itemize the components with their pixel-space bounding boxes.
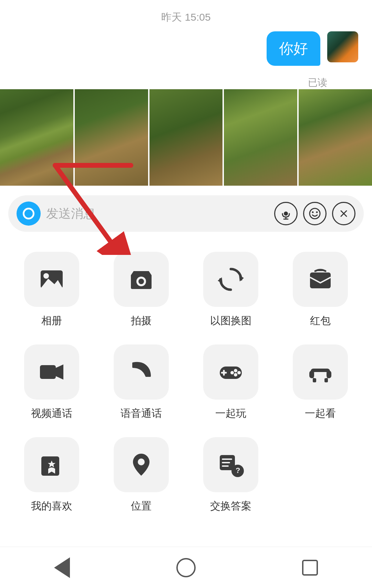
exchange-label: 交换答案 bbox=[210, 499, 251, 513]
svg-rect-35 bbox=[324, 378, 328, 382]
svg-point-29 bbox=[230, 371, 234, 374]
exchange-icon: ? bbox=[217, 451, 245, 478]
red-packet-icon bbox=[307, 266, 334, 293]
camera-icon-box[interactable] bbox=[114, 252, 169, 307]
avatar bbox=[327, 31, 358, 62]
action-grid: 相册 拍摄 以图换图 bbox=[0, 232, 372, 520]
exchange-icon-box[interactable]: ? bbox=[203, 437, 258, 492]
gamepad-icon bbox=[217, 358, 245, 386]
svg-point-37 bbox=[138, 458, 145, 465]
message-input[interactable]: 发送消息 bbox=[46, 205, 269, 222]
svg-point-26 bbox=[234, 369, 237, 372]
photo-item-1[interactable] bbox=[0, 89, 73, 186]
swap-image-label: 以图换图 bbox=[210, 314, 251, 328]
red-packet-icon-box[interactable] bbox=[293, 252, 348, 307]
svg-point-7 bbox=[312, 212, 314, 213]
svg-point-8 bbox=[316, 212, 318, 213]
album-icon-box[interactable] bbox=[24, 252, 79, 307]
svg-rect-33 bbox=[327, 371, 331, 378]
recent-icon bbox=[302, 560, 318, 576]
input-bar[interactable]: 发送消息 bbox=[8, 195, 364, 232]
action-voice-call[interactable]: 语音通话 bbox=[96, 335, 186, 427]
video-call-icon-box[interactable] bbox=[24, 344, 79, 400]
phone-icon bbox=[127, 358, 155, 386]
svg-point-27 bbox=[237, 371, 241, 374]
message-row: 你好 bbox=[267, 31, 358, 66]
favorites-label: 我的喜欢 bbox=[31, 499, 72, 513]
action-red-packet[interactable]: 红包 bbox=[276, 242, 365, 335]
camera-label: 拍摄 bbox=[131, 314, 152, 328]
voice-icon bbox=[280, 207, 292, 220]
message-bubble: 你好 bbox=[267, 31, 320, 66]
photo-item-5[interactable] bbox=[299, 89, 372, 186]
svg-point-6 bbox=[310, 208, 320, 219]
photo-item-2[interactable] bbox=[75, 89, 148, 186]
svg-rect-42 bbox=[222, 462, 230, 463]
timestamp-text: 昨天 15:05 bbox=[161, 10, 210, 24]
svg-point-15 bbox=[138, 279, 144, 284]
favorites-icon-box[interactable] bbox=[24, 437, 79, 492]
svg-point-3 bbox=[284, 212, 288, 216]
read-status: 已读 bbox=[0, 76, 372, 89]
action-watch-together[interactable]: 一起看 bbox=[276, 335, 365, 427]
svg-rect-32 bbox=[309, 371, 314, 378]
photo-item-3[interactable] bbox=[149, 89, 223, 186]
timestamp-bar: 昨天 15:05 bbox=[0, 0, 372, 31]
voice-input-button[interactable] bbox=[274, 202, 298, 225]
camera-icon bbox=[23, 208, 34, 219]
play-together-label: 一起玩 bbox=[215, 406, 246, 421]
action-location[interactable]: 位置 bbox=[96, 427, 186, 520]
emoji-icon bbox=[309, 207, 321, 220]
action-video-call[interactable]: 视频通话 bbox=[7, 335, 96, 427]
watch-together-icon-box[interactable] bbox=[293, 344, 348, 400]
location-icon-box[interactable] bbox=[114, 437, 169, 492]
location-icon bbox=[127, 451, 155, 478]
svg-point-28 bbox=[234, 373, 237, 376]
svg-rect-34 bbox=[313, 378, 316, 382]
voice-call-label: 语音通话 bbox=[121, 406, 162, 421]
camera-toggle-button[interactable] bbox=[17, 202, 41, 226]
close-icon bbox=[338, 207, 350, 220]
image-icon bbox=[38, 266, 65, 293]
svg-rect-41 bbox=[222, 458, 232, 460]
watch-together-label: 一起看 bbox=[305, 406, 336, 421]
camera-icon bbox=[127, 266, 155, 293]
video-call-label: 视频通话 bbox=[31, 406, 72, 421]
action-album[interactable]: 相册 bbox=[7, 242, 96, 335]
swap-image-icon-box[interactable] bbox=[203, 252, 258, 307]
favorites-icon bbox=[38, 451, 65, 478]
svg-rect-20 bbox=[313, 272, 328, 277]
swap-image-icon bbox=[217, 266, 245, 293]
play-together-icon-box[interactable] bbox=[203, 344, 258, 400]
action-swap-image[interactable]: 以图换图 bbox=[186, 242, 276, 335]
nav-recent-button[interactable] bbox=[296, 554, 324, 581]
bottom-nav bbox=[0, 547, 372, 588]
couch-icon bbox=[307, 358, 334, 386]
video-icon bbox=[38, 358, 65, 386]
voice-call-icon-box[interactable] bbox=[114, 344, 169, 400]
emoji-button[interactable] bbox=[303, 202, 327, 225]
photo-strip bbox=[0, 89, 372, 186]
location-label: 位置 bbox=[131, 499, 152, 513]
red-packet-label: 红包 bbox=[310, 314, 331, 328]
photo-item-4[interactable] bbox=[224, 89, 297, 186]
message-area: 你好 bbox=[0, 31, 372, 76]
album-label: 相册 bbox=[41, 314, 62, 328]
nav-back-button[interactable] bbox=[48, 554, 76, 581]
home-icon bbox=[176, 558, 196, 577]
close-button[interactable] bbox=[332, 202, 355, 225]
action-exchange[interactable]: ? 交换答案 bbox=[186, 427, 276, 520]
svg-rect-43 bbox=[222, 465, 229, 467]
svg-marker-22 bbox=[56, 364, 63, 380]
action-favorites[interactable]: 我的喜欢 bbox=[7, 427, 96, 520]
svg-rect-21 bbox=[40, 365, 56, 379]
svg-rect-31 bbox=[313, 372, 328, 378]
svg-point-12 bbox=[43, 273, 49, 279]
svg-text:?: ? bbox=[236, 466, 240, 475]
back-icon bbox=[54, 557, 70, 578]
nav-home-button[interactable] bbox=[172, 554, 200, 581]
action-play-together[interactable]: 一起玩 bbox=[186, 335, 276, 427]
action-camera[interactable]: 拍摄 bbox=[96, 242, 186, 335]
